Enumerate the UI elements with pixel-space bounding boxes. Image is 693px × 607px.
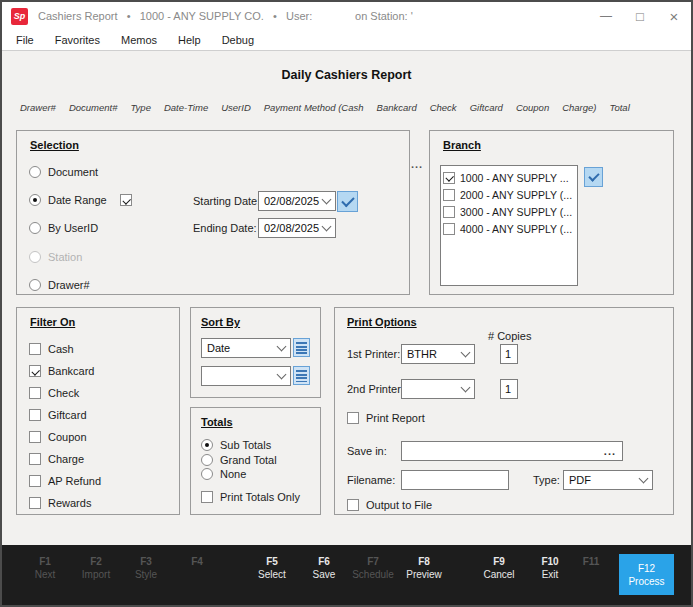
fkey-label: Select	[258, 568, 286, 581]
printer2-select[interactable]	[401, 379, 475, 399]
branch-item-3000[interactable]: 3000 - ANY SUPPLY (...	[443, 203, 575, 220]
ending-date-select[interactable]: 02/08/2025	[258, 218, 336, 238]
sort-secondary-list-button[interactable]	[293, 366, 310, 385]
list-icon	[296, 342, 307, 354]
filter-checkbox-coupon[interactable]	[29, 431, 41, 443]
radio-date-range[interactable]	[29, 194, 41, 206]
branch-checkbox-1000[interactable]	[443, 172, 455, 184]
fkey-f9-cancel[interactable]: F9Cancel	[483, 555, 514, 581]
selection-option-date-range[interactable]: Date Range	[29, 193, 107, 207]
fkey-f5-select[interactable]: F5Select	[258, 555, 286, 581]
fkey-number: F2	[82, 555, 110, 568]
menu-item-favorites[interactable]: Favorites	[55, 34, 100, 46]
fkey-label: Schedule	[352, 568, 394, 581]
fkey-f1-next: F1Next	[35, 555, 56, 581]
branch-item-1000[interactable]: 1000 - ANY SUPPLY ...	[443, 169, 575, 186]
filter-checkbox-rewards[interactable]	[29, 497, 41, 509]
filter-checkbox-cash[interactable]	[29, 343, 41, 355]
filter-option-ap-refund[interactable]: AP Refund	[29, 474, 101, 488]
printer2-copies-input[interactable]: 1	[500, 379, 518, 399]
menu-item-file[interactable]: File	[16, 34, 34, 46]
filter-checkbox-check[interactable]	[29, 387, 41, 399]
fkey-number: F3	[135, 555, 157, 568]
chevron-down-icon	[322, 221, 332, 231]
radio-grand-total[interactable]	[201, 454, 213, 466]
menu-item-memos[interactable]: Memos	[121, 34, 157, 46]
filter-checkbox-charge[interactable]	[29, 453, 41, 465]
report-column-coupon: Coupon	[516, 102, 549, 113]
filter-option-charge[interactable]: Charge	[29, 452, 84, 466]
filter-checkbox-bankcard[interactable]	[29, 365, 41, 377]
save-in-input[interactable]: ...	[401, 441, 623, 461]
totals-option-none[interactable]: None	[201, 467, 246, 481]
print-report-checkbox[interactable]	[347, 412, 359, 424]
window-controls: — □ ×	[589, 2, 691, 30]
filename-input[interactable]	[401, 470, 509, 490]
fkey-number: F9	[483, 555, 514, 568]
branch-item-4000[interactable]: 4000 - ANY SUPPLY (...	[443, 220, 575, 237]
printer1-copies-input[interactable]: 1	[500, 344, 518, 364]
selection-option-drawer[interactable]: Drawer#	[29, 278, 90, 292]
branch-item-label: 2000 - ANY SUPPLY (...	[460, 189, 572, 201]
radio-drawer[interactable]	[29, 279, 41, 291]
branch-checkbox-2000[interactable]	[443, 189, 455, 201]
fkey-f6-save[interactable]: F6Save	[313, 555, 336, 581]
branch-list[interactable]: 1000 - ANY SUPPLY ...2000 - ANY SUPPLY (…	[440, 165, 578, 286]
output-to-file-checkbox[interactable]	[347, 499, 359, 511]
minimize-icon[interactable]: —	[589, 2, 623, 30]
report-column-type: Type	[131, 102, 151, 113]
filter-option-rewards[interactable]: Rewards	[29, 496, 91, 510]
printer1-select[interactable]: BTHR	[401, 344, 475, 364]
radio-document[interactable]	[29, 166, 41, 178]
fkey-label: Exit	[541, 568, 558, 581]
filter-option-check[interactable]: Check	[29, 386, 79, 400]
radio-by-userid[interactable]	[29, 222, 41, 234]
filter-checkbox-giftcard[interactable]	[29, 409, 41, 421]
filter-option-bankcard[interactable]: Bankcard	[29, 364, 94, 378]
type-select[interactable]: PDF	[563, 470, 653, 490]
branch-item-2000[interactable]: 2000 - ANY SUPPLY (...	[443, 186, 575, 203]
totals-option-sub-totals[interactable]: Sub Totals	[201, 438, 271, 452]
apply-date-button[interactable]	[337, 191, 358, 212]
fkey-f2-import: F2Import	[82, 555, 110, 581]
branch-select-all-button[interactable]	[584, 167, 603, 187]
branch-item-label: 4000 - ANY SUPPLY (...	[460, 223, 572, 235]
printer1-label: 1st Printer:	[347, 348, 400, 360]
fkey-f10-exit[interactable]: F10Exit	[541, 555, 558, 581]
menu-item-help[interactable]: Help	[178, 34, 201, 46]
sort-primary-list-button[interactable]	[293, 338, 310, 357]
branch-checkbox-4000[interactable]	[443, 223, 455, 235]
maximize-icon[interactable]: □	[623, 2, 657, 30]
selection-group: Selection DocumentDate RangeBy UserIDSta…	[16, 130, 410, 295]
radio-sub-totals[interactable]	[201, 439, 213, 451]
starting-date-select[interactable]: 02/08/2025	[258, 191, 336, 211]
filter-checkbox-ap-refund[interactable]	[29, 475, 41, 487]
totals-title: Totals	[201, 416, 233, 428]
filter-option-cash[interactable]: Cash	[29, 342, 74, 356]
printer1-value: BTHR	[407, 348, 437, 360]
print-totals-only-option[interactable]: Print Totals Only	[201, 490, 300, 504]
date-range-checkbox[interactable]	[120, 194, 132, 206]
print-report-option[interactable]: Print Report	[347, 411, 425, 425]
close-icon[interactable]: ×	[657, 2, 691, 30]
totals-option-grand-total[interactable]: Grand Total	[201, 453, 277, 467]
radio-station[interactable]	[29, 251, 41, 263]
branch-checkbox-3000[interactable]	[443, 206, 455, 218]
menu-item-debug[interactable]: Debug	[222, 34, 254, 46]
browse-button[interactable]: ...	[604, 445, 616, 457]
ending-date-label: Ending Date:	[193, 222, 257, 234]
filename-label: Filename:	[347, 474, 395, 486]
filter-option-label: AP Refund	[48, 475, 101, 487]
radio-none[interactable]	[201, 468, 213, 480]
sort-secondary-select[interactable]	[201, 366, 291, 386]
sort-primary-select[interactable]: Date	[201, 338, 291, 358]
filter-option-coupon[interactable]: Coupon	[29, 430, 87, 444]
print-totals-only-checkbox[interactable]	[201, 491, 213, 503]
selection-option-document[interactable]: Document	[29, 165, 98, 179]
fkey-f8-preview[interactable]: F8Preview	[406, 555, 442, 581]
filter-option-giftcard[interactable]: Giftcard	[29, 408, 87, 422]
selection-option-by-userid[interactable]: By UserID	[29, 221, 98, 235]
selection-option-station[interactable]: Station	[29, 250, 82, 264]
output-to-file-option[interactable]: Output to File	[347, 498, 432, 512]
fkey-f12-process[interactable]: F12Process	[619, 554, 674, 595]
